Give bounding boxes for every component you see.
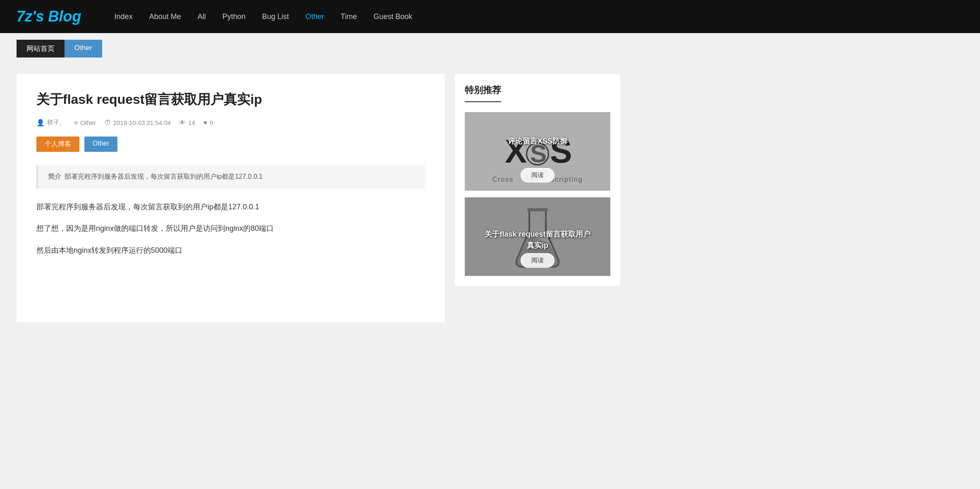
article: 关于flask request留言获取用户真实ip 👤 棋子。 ≡ Other … xyxy=(17,74,445,322)
likes-value: 0 xyxy=(210,119,213,126)
meta-views: 👁 14 xyxy=(179,119,195,127)
main-nav: IndexAbout MeAllPythonBug ListOtherTimeG… xyxy=(115,12,413,21)
flask-card-title: 关于flask request留言获取用户真实ip xyxy=(465,229,610,251)
article-title: 关于flask request留言获取用户真实ip xyxy=(36,91,425,109)
views-value: 14 xyxy=(188,119,195,126)
breadcrumb-home[interactable]: 网站首页 xyxy=(17,40,65,58)
nav-item-index[interactable]: Index xyxy=(115,12,133,21)
article-paragraph: 然后由本地nginx转发到程序运行的5000端口 xyxy=(36,244,425,257)
summary-label: 简介 xyxy=(48,173,61,180)
article-tags: 个人博客Other xyxy=(36,137,425,152)
article-paragraph: 想了想，因为是用nginx做的端口转发，所以用户是访问到nginx的80端口 xyxy=(36,222,425,235)
category-icon: ≡ xyxy=(74,119,78,127)
header: 7z's Blog IndexAbout MeAllPythonBug List… xyxy=(0,0,980,33)
sidebar-recommend: 特别推荐 XSS Cross Site Scripting 评论留言XSS防御 … xyxy=(455,74,620,286)
nav-item-python[interactable]: Python xyxy=(222,12,246,21)
meta-datetime: ⏱ 2018-10-03 21:54:04 xyxy=(104,119,171,127)
recommend-card-xss[interactable]: XSS Cross Site Scripting 评论留言XSS防御 阅读 xyxy=(465,112,610,191)
summary-text: 部署完程序到服务器后发现，每次留言获取到的用户ip都是127.0.0.1 xyxy=(65,173,263,180)
author-name: 棋子。 xyxy=(47,119,66,127)
recommend-card-flask[interactable]: 关于flask request留言获取用户真实ip 阅读 xyxy=(465,197,610,276)
sidebar: 特别推荐 XSS Cross Site Scripting 评论留言XSS防御 … xyxy=(455,74,620,322)
nav-item-guest-book[interactable]: Guest Book xyxy=(373,12,412,21)
author-icon: 👤 xyxy=(36,119,45,127)
nav-item-bug-list[interactable]: Bug List xyxy=(262,12,289,21)
svg-rect-0 xyxy=(527,208,548,211)
breadcrumb-current[interactable]: Other xyxy=(65,40,102,58)
meta-category: ≡ Other xyxy=(74,119,96,127)
tag-个人博客[interactable]: 个人博客 xyxy=(36,137,79,152)
nav-item-about-me[interactable]: About Me xyxy=(149,12,181,21)
nav-item-time[interactable]: Time xyxy=(341,12,357,21)
main-content: 关于flask request留言获取用户真实ip 👤 棋子。 ≡ Other … xyxy=(0,64,637,332)
tag-other[interactable]: Other xyxy=(84,137,117,152)
xss-card-title: 评论留言XSS防御 xyxy=(465,136,610,147)
category-name: Other xyxy=(80,119,96,126)
clock-icon: ⏱ xyxy=(104,119,111,127)
datetime-value: 2018-10-03 21:54:04 xyxy=(113,119,171,126)
article-paragraph: 部署完程序到服务器后发现，每次留言获取到的用户ip都是127.0.0.1 xyxy=(36,200,425,213)
eye-icon: 👁 xyxy=(179,119,186,127)
meta-author: 👤 棋子。 xyxy=(36,119,66,127)
sidebar-recommend-title: 特别推荐 xyxy=(465,84,501,102)
svg-point-1 xyxy=(542,216,546,220)
nav-item-other[interactable]: Other xyxy=(306,12,324,21)
nav-item-all[interactable]: All xyxy=(198,12,206,21)
xss-read-button[interactable]: 阅读 xyxy=(521,168,555,182)
article-summary: 简介部署完程序到服务器后发现，每次留言获取到的用户ip都是127.0.0.1 xyxy=(36,165,425,189)
article-body: 部署完程序到服务器后发现，每次留言获取到的用户ip都是127.0.0.1想了想，… xyxy=(36,200,425,257)
article-meta: 👤 棋子。 ≡ Other ⏱ 2018-10-03 21:54:04 👁 14… xyxy=(36,119,425,127)
heart-icon: ♥ xyxy=(203,119,208,127)
breadcrumb: 网站首页 Other xyxy=(0,33,980,64)
site-logo[interactable]: 7z's Blog xyxy=(17,8,81,25)
flask-read-button[interactable]: 阅读 xyxy=(521,253,555,268)
meta-likes: ♥ 0 xyxy=(203,119,213,127)
